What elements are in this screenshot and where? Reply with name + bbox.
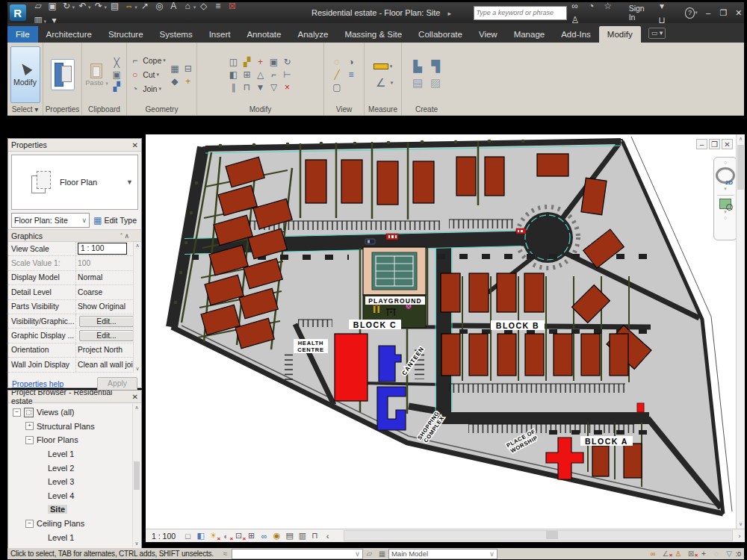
default-3d-view-dropdown[interactable]: ▾ [193, 4, 196, 10]
drag-elements-on-selection-icon[interactable]: + [698, 550, 709, 558]
tab-modify[interactable]: Modify [599, 26, 641, 43]
tree-item-level-1[interactable]: Level 1 [8, 530, 141, 544]
worksets-combo[interactable]: ∨ [232, 549, 363, 559]
tab-analyze[interactable]: Analyze [289, 26, 336, 43]
create-parts-icon[interactable]: ▙ [409, 59, 426, 74]
expand-minus-icon[interactable]: − [25, 520, 34, 528]
crop-view-icon[interactable]: ⊡× [233, 531, 244, 541]
tab-add-ins[interactable]: Add-Ins [553, 26, 599, 43]
expand-plus-icon[interactable]: + [25, 422, 34, 430]
restore-button[interactable]: ❐ [718, 7, 728, 18]
cope-dropdown[interactable]: ▾ [163, 57, 166, 63]
join-geometry-icon[interactable]: ◔ [128, 83, 141, 95]
tree-item-level-4[interactable]: Level 4 [8, 489, 141, 503]
undo-dropdown[interactable]: ▾ [88, 4, 91, 10]
measure-between-references-button[interactable]: ▾ [374, 60, 393, 72]
tab-annotate[interactable]: Annotate [238, 26, 289, 43]
exclude-options-icon[interactable]: ∠× [660, 550, 671, 558]
copy-to-clipboard-icon[interactable]: ▣ [111, 69, 123, 81]
measure-between-references-dropdown[interactable]: ▾ [390, 63, 393, 69]
cut-to-clipboard-icon[interactable]: ╳ [111, 57, 123, 69]
cut-geometry-dropdown[interactable]: ▾ [157, 72, 160, 78]
save-icon[interactable]: ▣ [46, 0, 59, 13]
measure-angle-icon[interactable]: ∠ [373, 75, 389, 90]
search-input[interactable] [474, 6, 567, 20]
aligned-dimension-icon[interactable]: ↗ [139, 0, 152, 13]
exclude-insert-icon[interactable]: ⊠× [685, 550, 696, 558]
background-processes-icon[interactable]: ◌ [710, 550, 722, 558]
create-group-icon[interactable]: ▤ [409, 75, 426, 90]
help-dropdown-icon[interactable]: ▾ [695, 10, 698, 16]
default-3d-view-icon[interactable]: ⌂ [182, 0, 194, 13]
properties-close-icon[interactable]: ✕ [132, 141, 138, 149]
sync-with-central-icon[interactable]: ↻ [61, 0, 73, 13]
cut-geometry-icon[interactable]: ○ [128, 69, 141, 81]
match-type-properties-icon[interactable]: ▞ [111, 81, 123, 93]
select-panel-label[interactable]: Select ▾ [7, 105, 43, 115]
hide-category-icon[interactable]: ◌ [331, 56, 344, 68]
revit-logo-icon[interactable]: R [10, 4, 26, 21]
signin-dropdown-icon[interactable]: ▾ [655, 0, 669, 13]
close-hidden-windows-icon[interactable]: ⊠ [226, 0, 238, 13]
move-icon[interactable]: + [254, 56, 267, 68]
tree-item-level-3[interactable]: Level 3 [8, 475, 141, 489]
paste-button[interactable]: Paste ▾ [85, 63, 108, 87]
horizontal-scroll-thumb[interactable] [546, 531, 558, 539]
rotate-icon[interactable]: ↻ [281, 56, 294, 68]
scale-icon[interactable]: △ [254, 69, 267, 81]
linework-icon[interactable]: ╱ [331, 69, 344, 81]
scroll-right-icon[interactable]: › [734, 532, 745, 540]
type-selector-dropdown-icon[interactable]: ▼ [126, 178, 133, 186]
measure-dropdown[interactable]: ▾ [134, 4, 137, 10]
tab-view[interactable]: View [471, 26, 506, 43]
show-crop-region-icon[interactable]: ⊞ [246, 531, 257, 541]
properties-scrollbar[interactable]: ∧∨ [133, 242, 141, 373]
view-scale-value[interactable]: 1 : 100 [78, 243, 127, 255]
print-icon[interactable]: ▤ [108, 0, 121, 13]
apply-button[interactable]: Apply [97, 377, 137, 391]
wall-joins-icon[interactable]: ▦ [168, 63, 181, 75]
measure-icon[interactable]: ⇔ [123, 0, 135, 13]
pin-icon[interactable]: ▼ [254, 81, 267, 93]
help-icon[interactable]: ? [685, 7, 695, 19]
cope-button[interactable]: ⌐Cope▾ [128, 55, 166, 66]
graphics-section-header[interactable]: Graphicsˆ ∧ [8, 229, 141, 242]
graphic-display-value[interactable]: Edit... [79, 330, 134, 341]
demolish-icon[interactable]: ⊟ [182, 63, 194, 75]
tab-collaborate[interactable]: Collaborate [410, 26, 471, 43]
editable-only-icon[interactable]: ∞ [647, 550, 658, 558]
override-graphics-icon[interactable]: ◑ [345, 56, 358, 68]
cope-icon[interactable]: ⌐ [128, 55, 141, 66]
tab-manage[interactable]: Manage [506, 26, 554, 43]
paint-icon[interactable]: + [182, 75, 194, 87]
tree-item-level-2[interactable]: Level 2 [8, 461, 141, 475]
join-geometry-dropdown[interactable]: ▾ [158, 86, 161, 92]
project-browser-close-icon[interactable]: ✕ [132, 393, 138, 401]
selection-filter-icon[interactable]: ▽ [723, 550, 734, 558]
favorites-star-icon[interactable]: ☆ [601, 0, 615, 13]
scale-button[interactable]: 1 : 100 [152, 532, 176, 541]
search-binoculars-icon[interactable]: ∞ [568, 0, 582, 13]
properties-help-link[interactable]: Properties help [12, 380, 63, 388]
edit-type-button[interactable]: ▦ Edit Type [92, 215, 138, 225]
align-icon[interactable]: ⊓ [241, 81, 253, 93]
split-icon[interactable]: ∥ [227, 81, 240, 93]
view-minimize-icon[interactable]: – [696, 139, 707, 149]
active-options-icon[interactable]: ▦ [376, 550, 388, 558]
communication-center-icon[interactable]: ◔ [585, 0, 598, 13]
detail-level-icon[interactable]: □ [182, 531, 193, 541]
open-icon[interactable]: ▱ [32, 0, 45, 13]
horizontal-scrollbar[interactable] [344, 530, 733, 541]
text-icon[interactable]: A [167, 0, 180, 13]
measure-angle-dropdown[interactable]: ▾ [391, 80, 394, 86]
display-model-value[interactable]: Normal [78, 273, 102, 281]
tag-by-category-icon[interactable]: ◎ [153, 0, 166, 13]
cut-profile-icon[interactable]: ≡ [345, 69, 358, 81]
view-selector-combo[interactable]: Floor Plan: Site∨ [11, 213, 90, 228]
type-selector[interactable]: Floor Plan ▼ [11, 155, 138, 210]
edit-boundary-icon[interactable]: ◫ [227, 56, 240, 68]
worksharing-display-icon[interactable]: ▥ [297, 531, 308, 541]
mirror-icon[interactable]: ◧ [227, 69, 240, 81]
press-drag-icon[interactable]: ♙ [672, 550, 684, 558]
scale-value-value[interactable]: 100 [78, 259, 90, 267]
